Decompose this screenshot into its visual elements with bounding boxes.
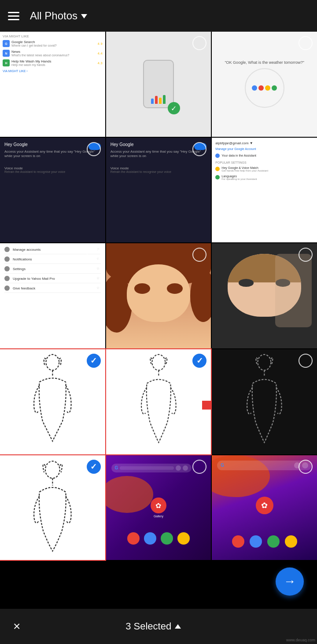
select-circle-14[interactable]	[192, 460, 206, 474]
photo-cell-1[interactable]: VIA MIGHT LIKE G Google Search Where can…	[0, 32, 105, 137]
watermark: www.deuaq.com	[286, 638, 315, 642]
selected-count-container: 3 Selected	[125, 621, 181, 632]
fab-next-button[interactable]: →	[276, 567, 304, 596]
header-title-container[interactable]: All Photos	[30, 10, 87, 22]
hamburger-menu-icon[interactable]	[8, 12, 19, 20]
photo-grid: VIA MIGHT LIKE G Google Search Where can…	[0, 32, 317, 560]
svg-point-7	[45, 461, 60, 478]
select-circle-4[interactable]	[87, 142, 101, 156]
photo-cell-15[interactable]: G ✿	[212, 455, 317, 560]
svg-point-2	[152, 355, 165, 370]
select-circle-3[interactable]	[299, 36, 313, 50]
photo-cell-10[interactable]	[0, 349, 105, 454]
close-selection-button[interactable]: ×	[13, 620, 20, 633]
selected-count-text: 3 Selected	[125, 621, 171, 632]
photo-cell-9[interactable]	[212, 243, 317, 348]
select-circle-13[interactable]	[87, 460, 101, 474]
photo-cell-11[interactable]	[106, 349, 211, 454]
select-circle-7[interactable]	[87, 248, 101, 262]
photo-cell-14[interactable]: G ✿ Gallery	[106, 455, 211, 560]
dropdown-arrow-icon	[81, 14, 87, 18]
photo-cell-7[interactable]: Manage accounts ☆ Notifications ☆ Settin…	[0, 243, 105, 348]
photo-cell-12[interactable]	[212, 349, 317, 454]
photo-cell-4[interactable]: Hey Google Access your Assistant any tim…	[0, 138, 105, 243]
photo-cell-3[interactable]: "OK Google, What is the weather tomorrow…	[212, 32, 317, 137]
up-arrow-icon[interactable]	[175, 624, 181, 629]
svg-point-5	[258, 355, 271, 370]
bottom-bar: × 3 Selected	[0, 609, 317, 644]
photo-cell-8[interactable]	[106, 243, 211, 348]
app-header: All Photos	[0, 0, 317, 32]
select-circle-12[interactable]	[299, 354, 313, 368]
photo-cell-5[interactable]: Hey Google Access your Assistant any tim…	[106, 138, 211, 243]
photo-cell-13[interactable]	[0, 455, 105, 560]
select-circle-5[interactable]	[192, 142, 206, 156]
photo-cell-6[interactable]: alpbfpjar@gmail.com ▼ Manage your Google…	[212, 138, 317, 243]
photo-cell-2[interactable]: ✓	[106, 32, 211, 137]
svg-point-0	[46, 355, 59, 370]
select-circle-1[interactable]	[87, 36, 101, 50]
select-circle-10[interactable]	[87, 354, 101, 368]
select-circle-15[interactable]	[299, 460, 313, 474]
header-title-text: All Photos	[30, 10, 77, 22]
select-circle-6[interactable]	[299, 142, 313, 156]
